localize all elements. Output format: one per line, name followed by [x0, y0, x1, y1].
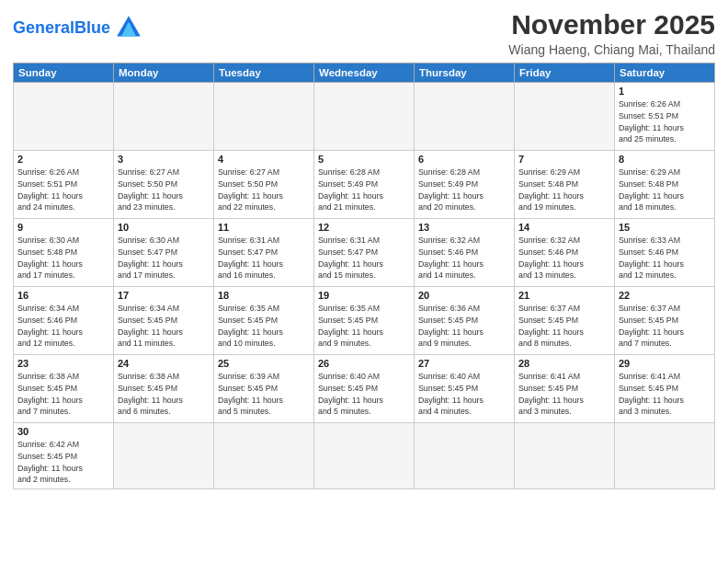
day-cell — [314, 83, 415, 151]
day-number: 2 — [17, 154, 109, 165]
week-row-1: 2Sunrise: 6:26 AMSunset: 5:51 PMDaylight… — [14, 151, 715, 219]
day-cell — [14, 83, 114, 151]
day-info: Sunrise: 6:40 AMSunset: 5:45 PMDaylight:… — [418, 371, 510, 418]
day-info: Sunrise: 6:37 AMSunset: 5:45 PMDaylight:… — [518, 303, 610, 350]
week-row-4: 23Sunrise: 6:38 AMSunset: 5:45 PMDayligh… — [14, 355, 715, 423]
day-info: Sunrise: 6:27 AMSunset: 5:50 PMDaylight:… — [118, 167, 210, 213]
day-info: Sunrise: 6:29 AMSunset: 5:48 PMDaylight:… — [619, 167, 711, 213]
day-cell: 3Sunrise: 6:27 AMSunset: 5:50 PMDaylight… — [114, 151, 214, 219]
day-info: Sunrise: 6:33 AMSunset: 5:46 PMDaylight:… — [619, 235, 711, 282]
day-number: 16 — [17, 290, 109, 301]
day-number: 26 — [318, 358, 410, 369]
day-cell — [515, 423, 615, 489]
day-info: Sunrise: 6:37 AMSunset: 5:45 PMDaylight:… — [619, 303, 711, 350]
day-cell: 20Sunrise: 6:36 AMSunset: 5:45 PMDayligh… — [415, 287, 515, 355]
logo: GeneralBlue — [13, 13, 143, 42]
weekday-header-thursday: Thursday — [415, 63, 515, 83]
day-cell: 26Sunrise: 6:40 AMSunset: 5:45 PMDayligh… — [314, 355, 415, 423]
day-info: Sunrise: 6:31 AMSunset: 5:47 PMDaylight:… — [318, 235, 410, 282]
day-cell — [214, 83, 314, 151]
day-cell: 24Sunrise: 6:38 AMSunset: 5:45 PMDayligh… — [114, 355, 214, 423]
page: GeneralBlue November 2025 Wiang Haeng, C… — [0, 0, 728, 563]
day-info: Sunrise: 6:30 AMSunset: 5:48 PMDaylight:… — [17, 235, 109, 282]
day-number: 30 — [17, 426, 109, 437]
day-cell: 13Sunrise: 6:32 AMSunset: 5:46 PMDayligh… — [415, 219, 515, 287]
day-cell: 5Sunrise: 6:28 AMSunset: 5:49 PMDaylight… — [314, 151, 415, 219]
day-number: 15 — [619, 222, 711, 233]
day-cell: 12Sunrise: 6:31 AMSunset: 5:47 PMDayligh… — [314, 219, 415, 287]
day-number: 22 — [619, 290, 711, 301]
day-number: 24 — [118, 358, 210, 369]
day-info: Sunrise: 6:32 AMSunset: 5:46 PMDaylight:… — [418, 235, 510, 282]
day-cell: 27Sunrise: 6:40 AMSunset: 5:45 PMDayligh… — [415, 355, 515, 423]
day-cell: 29Sunrise: 6:41 AMSunset: 5:45 PMDayligh… — [615, 355, 715, 423]
day-cell: 4Sunrise: 6:27 AMSunset: 5:50 PMDaylight… — [214, 151, 314, 219]
day-cell — [615, 423, 715, 489]
day-number: 14 — [518, 222, 610, 233]
day-number: 11 — [218, 222, 310, 233]
day-cell: 9Sunrise: 6:30 AMSunset: 5:48 PMDaylight… — [14, 219, 114, 287]
location-title: Wiang Haeng, Chiang Mai, Thailand — [508, 42, 715, 57]
day-number: 28 — [518, 358, 610, 369]
day-info: Sunrise: 6:34 AMSunset: 5:46 PMDaylight:… — [17, 303, 109, 350]
day-cell — [415, 83, 515, 151]
header: GeneralBlue November 2025 Wiang Haeng, C… — [13, 9, 715, 57]
week-row-2: 9Sunrise: 6:30 AMSunset: 5:48 PMDaylight… — [14, 219, 715, 287]
day-number: 7 — [518, 154, 610, 165]
logo-icon — [114, 13, 143, 42]
day-info: Sunrise: 6:28 AMSunset: 5:49 PMDaylight:… — [418, 167, 510, 213]
day-cell: 16Sunrise: 6:34 AMSunset: 5:46 PMDayligh… — [14, 287, 114, 355]
day-number: 27 — [418, 358, 510, 369]
logo-general: General — [13, 18, 74, 37]
day-cell: 28Sunrise: 6:41 AMSunset: 5:45 PMDayligh… — [515, 355, 615, 423]
week-row-0: 1Sunrise: 6:26 AMSunset: 5:51 PMDaylight… — [14, 83, 715, 151]
day-number: 5 — [318, 154, 410, 165]
logo-blue-text: Blue — [74, 18, 110, 37]
day-number: 9 — [17, 222, 109, 233]
day-cell — [214, 423, 314, 489]
calendar-table: SundayMondayTuesdayWednesdayThursdayFrid… — [13, 63, 715, 489]
day-info: Sunrise: 6:36 AMSunset: 5:45 PMDaylight:… — [418, 303, 510, 350]
day-number: 18 — [218, 290, 310, 301]
day-number: 12 — [318, 222, 410, 233]
day-cell: 2Sunrise: 6:26 AMSunset: 5:51 PMDaylight… — [14, 151, 114, 219]
weekday-header-monday: Monday — [114, 63, 214, 83]
week-row-3: 16Sunrise: 6:34 AMSunset: 5:46 PMDayligh… — [14, 287, 715, 355]
day-cell — [114, 423, 214, 489]
week-row-5: 30Sunrise: 6:42 AMSunset: 5:45 PMDayligh… — [14, 423, 715, 489]
day-info: Sunrise: 6:32 AMSunset: 5:46 PMDaylight:… — [518, 235, 610, 282]
day-cell — [515, 83, 615, 151]
day-cell: 19Sunrise: 6:35 AMSunset: 5:45 PMDayligh… — [314, 287, 415, 355]
day-cell: 22Sunrise: 6:37 AMSunset: 5:45 PMDayligh… — [615, 287, 715, 355]
day-cell: 17Sunrise: 6:34 AMSunset: 5:45 PMDayligh… — [114, 287, 214, 355]
day-info: Sunrise: 6:38 AMSunset: 5:45 PMDaylight:… — [17, 371, 109, 418]
day-info: Sunrise: 6:35 AMSunset: 5:45 PMDaylight:… — [218, 303, 310, 350]
month-title: November 2025 — [508, 9, 715, 40]
day-cell: 14Sunrise: 6:32 AMSunset: 5:46 PMDayligh… — [515, 219, 615, 287]
weekday-header-friday: Friday — [515, 63, 615, 83]
day-info: Sunrise: 6:40 AMSunset: 5:45 PMDaylight:… — [318, 371, 410, 418]
day-number: 29 — [619, 358, 711, 369]
day-info: Sunrise: 6:34 AMSunset: 5:45 PMDaylight:… — [118, 303, 210, 350]
day-number: 17 — [118, 290, 210, 301]
day-number: 10 — [118, 222, 210, 233]
day-info: Sunrise: 6:41 AMSunset: 5:45 PMDaylight:… — [518, 371, 610, 418]
day-number: 19 — [318, 290, 410, 301]
day-info: Sunrise: 6:42 AMSunset: 5:45 PMDaylight:… — [17, 439, 109, 486]
day-cell: 30Sunrise: 6:42 AMSunset: 5:45 PMDayligh… — [14, 423, 114, 489]
day-cell: 23Sunrise: 6:38 AMSunset: 5:45 PMDayligh… — [14, 355, 114, 423]
day-cell: 25Sunrise: 6:39 AMSunset: 5:45 PMDayligh… — [214, 355, 314, 423]
day-number: 21 — [518, 290, 610, 301]
weekday-header-wednesday: Wednesday — [314, 63, 415, 83]
day-cell: 18Sunrise: 6:35 AMSunset: 5:45 PMDayligh… — [214, 287, 314, 355]
day-info: Sunrise: 6:31 AMSunset: 5:47 PMDaylight:… — [218, 235, 310, 282]
day-number: 8 — [619, 154, 711, 165]
day-info: Sunrise: 6:38 AMSunset: 5:45 PMDaylight:… — [118, 371, 210, 418]
day-number: 13 — [418, 222, 510, 233]
day-info: Sunrise: 6:26 AMSunset: 5:51 PMDaylight:… — [17, 167, 109, 213]
day-number: 1 — [619, 86, 711, 97]
day-info: Sunrise: 6:29 AMSunset: 5:48 PMDaylight:… — [518, 167, 610, 213]
day-cell — [114, 83, 214, 151]
day-number: 23 — [17, 358, 109, 369]
day-cell: 11Sunrise: 6:31 AMSunset: 5:47 PMDayligh… — [214, 219, 314, 287]
